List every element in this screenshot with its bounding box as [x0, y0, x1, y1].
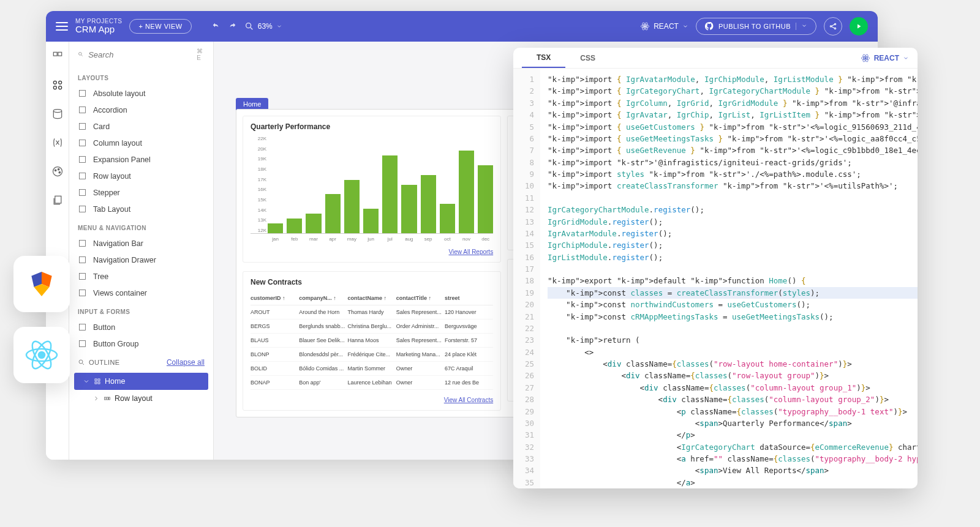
svg-point-6 [834, 23, 835, 24]
play-icon [855, 23, 862, 30]
svg-rect-8 [53, 52, 57, 56]
svg-rect-19 [55, 196, 61, 203]
new-view-button[interactable]: + NEW VIEW [129, 19, 191, 34]
contracts-card: New Contracts customerID ↑companyN... ↑c… [243, 271, 501, 411]
preview-button[interactable] [850, 17, 868, 36]
code-framework-selector[interactable]: REACT [861, 53, 909, 63]
app-title: CRM App [75, 24, 122, 35]
svg-rect-24 [80, 140, 86, 146]
svg-rect-28 [80, 206, 86, 212]
svg-rect-36 [95, 379, 97, 381]
chevron-down-icon [682, 23, 688, 29]
search-field[interactable] [88, 50, 192, 59]
component-absolute-layout[interactable]: Absolute layout [69, 85, 213, 102]
component-button[interactable]: Button [69, 319, 213, 335]
svg-rect-23 [80, 124, 86, 130]
contracts-grid[interactable]: customerID ↑companyN... ↑contactName ↑co… [251, 291, 493, 390]
canvas-tab[interactable]: Home [236, 98, 268, 110]
publish-button[interactable]: PUBLISH TO GITHUB [696, 18, 816, 35]
component-tab-layout[interactable]: Tab Layout [69, 201, 213, 217]
component-column-layout[interactable]: Column layout [69, 135, 213, 151]
appbuilder-logo [13, 256, 70, 312]
component-row-layout[interactable]: Row layout [69, 168, 213, 184]
search-shortcut: ⌘ E [197, 48, 205, 61]
table-row[interactable]: BERGSBerglunds snabb...Christina Berglu.… [251, 320, 493, 334]
chevron-down-icon [83, 378, 90, 385]
table-row[interactable]: BLAUSBlauer See Delik...Hanna MoosSales … [251, 334, 493, 348]
outline-home-node[interactable]: Home [74, 373, 208, 390]
svg-point-14 [53, 110, 61, 113]
table-row[interactable]: BOLIDBólido Comidas ...Martin SommerOwne… [251, 362, 493, 376]
component-stepper[interactable]: Stepper [69, 184, 213, 201]
component-navigation-drawer[interactable]: Navigation Drawer [69, 252, 213, 268]
outline-header: OUTLINE [89, 359, 119, 366]
chevron-right-icon [92, 395, 100, 402]
grid-icon [94, 378, 101, 385]
svg-point-13 [58, 86, 61, 89]
github-icon [705, 22, 714, 31]
component-expansion-panel[interactable]: Expansion Panel [69, 151, 213, 168]
tab-css[interactable]: CSS [565, 49, 610, 67]
svg-point-1 [644, 26, 646, 28]
tab-tsx[interactable]: TSX [522, 48, 565, 68]
redo-icon[interactable] [227, 21, 237, 31]
rail-variables-icon[interactable] [51, 136, 64, 151]
outline-row-node[interactable]: Row layout [69, 390, 213, 407]
component-card[interactable]: Card [69, 118, 213, 135]
rail-components-icon[interactable] [51, 79, 64, 93]
svg-rect-39 [98, 382, 100, 384]
topbar: MY PROJECTS CRM App + NEW VIEW 63% REACT… [46, 11, 878, 42]
sidebar: ⌘ E LAYOUTS Absolute layoutAccordionCard… [69, 42, 214, 460]
undo-icon[interactable] [211, 21, 221, 31]
svg-point-11 [58, 81, 61, 84]
svg-rect-37 [98, 379, 100, 381]
table-row[interactable]: BLONPBlondesddsl pèr...Frédérique Cite..… [251, 348, 493, 362]
chart-bar [401, 185, 417, 234]
search-icon [78, 359, 85, 366]
menu-icon[interactable] [56, 22, 68, 31]
collapse-all-link[interactable]: Collapse all [167, 358, 205, 367]
svg-point-0 [246, 23, 251, 28]
component-tree[interactable]: Tree [69, 268, 213, 285]
projects-label: MY PROJECTS [75, 18, 122, 24]
svg-rect-38 [95, 382, 97, 384]
rail-layers-icon[interactable] [51, 194, 64, 208]
chart-bar [421, 175, 436, 233]
code-editor[interactable]: 1234567891011121314151617181920212223242… [513, 69, 918, 488]
svg-point-47 [39, 352, 45, 358]
svg-rect-21 [80, 91, 86, 97]
component-navigation-bar[interactable]: Navigation Bar [69, 235, 213, 252]
svg-point-51 [864, 57, 866, 59]
svg-point-17 [58, 168, 59, 170]
rail-views-icon[interactable] [51, 50, 64, 64]
chart-bar [287, 219, 302, 233]
quarterly-chart: 22K20K19K18K17K16K15K14K13K12K [251, 136, 493, 234]
component-accordion[interactable]: Accordion [69, 102, 213, 118]
svg-rect-25 [80, 157, 86, 163]
project-selector[interactable]: MY PROJECTS CRM App [75, 18, 122, 35]
zoom-control[interactable]: 63% [244, 21, 282, 31]
svg-point-12 [53, 86, 56, 89]
chart-bar [306, 214, 321, 233]
table-row[interactable]: BONAPBon app'Laurence LebihanOwner12 rue… [251, 376, 493, 390]
component-button-group[interactable]: Button Group [69, 335, 213, 352]
component-views-container[interactable]: Views container [69, 285, 213, 301]
framework-selector[interactable]: REACT [640, 21, 688, 31]
svg-rect-9 [58, 52, 61, 56]
table-row[interactable]: AROUTAround the HornThomas HardySales Re… [251, 305, 493, 320]
chart-bar [440, 204, 455, 233]
search-input[interactable]: ⌘ E [69, 42, 213, 67]
share-button[interactable] [824, 17, 842, 36]
view-contracts-link[interactable]: View All Contracts [444, 397, 493, 403]
chart-bar [325, 194, 341, 233]
svg-rect-27 [80, 190, 86, 196]
svg-point-5 [830, 26, 831, 27]
chart-bar [268, 223, 283, 233]
menu-nav-header: MENU & NAVIGATION [69, 217, 213, 235]
svg-point-18 [59, 171, 61, 173]
rail-data-icon[interactable] [51, 108, 64, 122]
chart-bar [478, 165, 493, 233]
zoom-icon [244, 21, 254, 31]
rail-theme-icon[interactable] [51, 165, 64, 179]
view-reports-link[interactable]: View All Reports [449, 249, 494, 255]
